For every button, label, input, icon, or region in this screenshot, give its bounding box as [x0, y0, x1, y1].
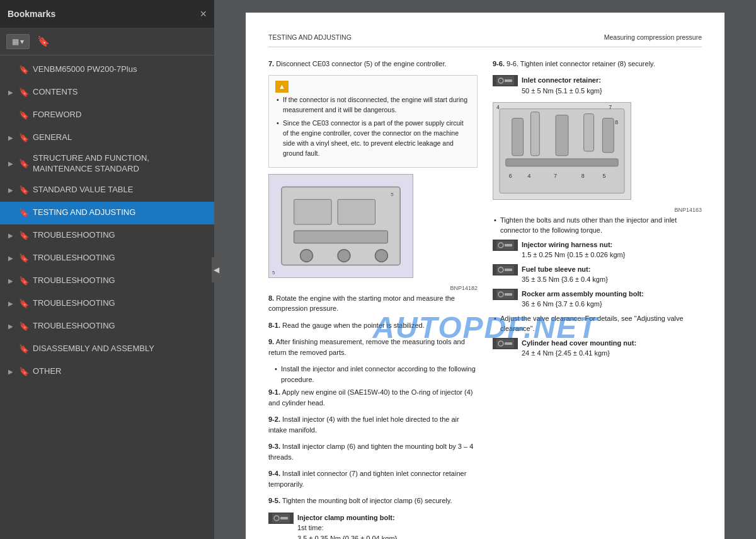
expand-arrow-trouble3: ▶ [6, 277, 15, 284]
close-icon[interactable]: × [200, 8, 207, 20]
sidebar-item-trouble1[interactable]: ▶🔖TROUBLESHOOTING [0, 224, 214, 247]
step7-text: Disconnect CE03 connector (5) of the eng… [276, 60, 446, 67]
expand-arrow-trouble4: ▶ [6, 300, 15, 307]
bookmark-icon-general: 🔖 [19, 133, 29, 142]
svg-rect-34 [505, 244, 512, 246]
sidebar-item-label-testing: TESTING AND ADJUSTING [33, 207, 209, 218]
sidebar-item-label-trouble1: TROUBLESHOOTING [33, 230, 209, 241]
sidebar-collapse-handle[interactable]: ◀ [212, 257, 220, 282]
bookmark-icon-trouble2: 🔖 [19, 253, 29, 263]
bookmark-icon-structure: 🔖 [19, 159, 29, 168]
header-right: Measuring compression pressure [604, 33, 702, 43]
step8-1-num: 8-1. [268, 322, 280, 329]
torque-svg-5 [496, 290, 514, 299]
svg-text:4: 4 [528, 173, 531, 179]
torque-icon-fuel [493, 264, 518, 275]
sidebar-item-disassembly[interactable]: 🔖DISASSEMBLY AND ASSEMBLY [0, 338, 214, 361]
torque-svg-3 [496, 241, 514, 250]
adjust-valve-note: Adjust the valve clearance. For details,… [493, 313, 702, 334]
svg-rect-15 [505, 79, 512, 82]
sidebar-item-label-other: OTHER [33, 366, 209, 377]
sidebar-item-trouble3[interactable]: ▶🔖TROUBLESHOOTING [0, 270, 214, 293]
step9-6-num: 9-6. [493, 60, 505, 67]
sidebar-item-trouble4[interactable]: ▶🔖TROUBLESHOOTING [0, 293, 214, 315]
svg-text:7: 7 [554, 173, 557, 179]
bookmark-new-button[interactable]: 🔖 [35, 33, 52, 50]
warning-bullet-1: If the connector is not disconnected, th… [275, 95, 471, 115]
expand-arrow-trouble5: ▶ [6, 323, 15, 330]
sidebar-item-venbm[interactable]: 🔖VENBM65000 PW200-7Plus [0, 58, 214, 81]
torque-svg-4 [496, 265, 514, 274]
injector-clamp-text: Injector clamp mounting bolt: 1st time: … [297, 513, 397, 539]
sidebar-item-contents[interactable]: ▶🔖CONTENTS [0, 81, 214, 103]
svg-text:8: 8 [615, 120, 618, 126]
svg-rect-2 [294, 200, 331, 225]
sidebar-title: Bookmarks [8, 9, 55, 19]
expand-arrow-trouble1: ▶ [6, 232, 15, 239]
svg-rect-18 [512, 119, 524, 156]
bookmark-icon-contents: 🔖 [19, 88, 29, 97]
step9-6-text: 9-6. Tighten inlet connector retainer (8… [507, 60, 655, 67]
torque-svg-6 [496, 339, 514, 348]
svg-text:5: 5 [602, 173, 605, 179]
step7-para: 7. Disconnect CE03 connector (5) of the … [268, 59, 478, 69]
svg-rect-40 [505, 293, 512, 296]
sidebar-item-label-trouble5: TROUBLESHOOTING [33, 321, 209, 332]
fuel-tube-text: Fuel tube sleeve nut: 35 ± 3.5 Nm {3.6 ±… [522, 264, 608, 285]
step9-sub: Install the injector and inlet connector… [268, 364, 478, 385]
step9-5-text: Tighten the mounting bolt of injector cl… [282, 497, 452, 504]
step9-4-text: Install inlet connector (7) and tighten … [268, 470, 466, 488]
sidebar-item-foreword[interactable]: 🔖FOREWORD [0, 103, 214, 126]
sidebar-item-other[interactable]: ▶🔖OTHER [0, 361, 214, 383]
expand-arrow-trouble2: ▶ [6, 255, 15, 262]
svg-rect-3 [338, 200, 375, 225]
sidebar-header: Bookmarks × [0, 0, 214, 28]
step9-6-para: 9-6. 9-6. Tighten inlet connector retain… [493, 59, 702, 69]
inlet-connector-torque: Inlet connector retainer: 50 ± 5 Nm {5.1… [493, 75, 702, 96]
step8-num: 8. [268, 294, 274, 302]
sidebar-item-standard[interactable]: ▶🔖STANDARD VALUE TABLE [0, 179, 214, 202]
engine-part-svg: 6 4 7 8 5 4 7 8 [493, 102, 631, 200]
view-toggle-button[interactable]: ▦ ▾ [6, 34, 30, 49]
step8-para: 8. Rotate the engine with the starting m… [268, 293, 478, 314]
injector-wiring-torque: Injector wiring harness nut: 1.5 ± 0.25 … [493, 240, 702, 260]
svg-text:4: 4 [496, 104, 500, 110]
svg-rect-22 [602, 119, 614, 153]
sidebar-item-label-general: GENERAL [33, 132, 209, 143]
svg-text:6: 6 [509, 173, 512, 179]
torque-icon-inlet [493, 75, 518, 86]
rocker-torque: Rocker arm assembly mounting bolt: 36 ± … [493, 289, 702, 310]
torque-svg [272, 514, 290, 523]
rocker-text: Rocker arm assembly mounting bolt: 36 ± … [522, 289, 644, 310]
bookmark-icon-other: 🔖 [19, 367, 29, 376]
sidebar-item-testing[interactable]: 🔖TESTING AND ADJUSTING [0, 202, 214, 224]
bookmark-icon-standard: 🔖 [19, 185, 29, 195]
step9-4-para: 9-4. Install inlet connector (7) and tig… [268, 468, 478, 489]
sidebar-item-trouble5[interactable]: ▶🔖TROUBLESHOOTING [0, 315, 214, 338]
sidebar-item-trouble2[interactable]: ▶🔖TROUBLESHOOTING [0, 247, 214, 270]
sidebar-item-general[interactable]: ▶🔖GENERAL [0, 126, 214, 149]
svg-point-7 [375, 250, 388, 262]
injector-clamp-torque: Injector clamp mounting bolt: 1st time: … [268, 513, 478, 539]
warning-icon: ▲ [275, 81, 289, 93]
svg-rect-21 [584, 114, 594, 151]
sidebar-toolbar: ▦ ▾ 🔖 [0, 28, 214, 55]
expand-arrow-general: ▶ [6, 134, 15, 141]
sidebar-item-label-venbm: VENBM65000 PW200-7Plus [33, 64, 209, 75]
left-column: 7. Disconnect CE03 connector (5) of the … [268, 59, 478, 539]
step8-1-text: Read the gauge when the pointer is stabi… [282, 322, 425, 329]
svg-text:7: 7 [609, 104, 612, 110]
expand-arrow-other: ▶ [6, 368, 15, 375]
step9-num: 9. [268, 338, 274, 345]
expand-arrow-standard: ▶ [6, 187, 15, 194]
svg-text:8: 8 [581, 173, 585, 179]
sidebar-item-structure[interactable]: ▶🔖STRUCTURE AND FUNCTION, MAINTENANCE ST… [0, 149, 214, 179]
dropdown-arrow: ▾ [20, 37, 24, 46]
tighten-note: Tighten the bolts and nuts other than th… [493, 215, 702, 236]
sidebar-list: 🔖VENBM65000 PW200-7Plus▶🔖CONTENTS🔖FOREWO… [0, 55, 214, 539]
svg-rect-4 [294, 231, 388, 243]
step9-2-para: 9-2. Install injector (4) with the fuel … [268, 414, 478, 435]
engine-diagram-bottom: 5 5 [268, 174, 413, 278]
expand-arrow-structure: ▶ [6, 160, 15, 167]
sidebar-item-label-trouble3: TROUBLESHOOTING [33, 275, 209, 286]
